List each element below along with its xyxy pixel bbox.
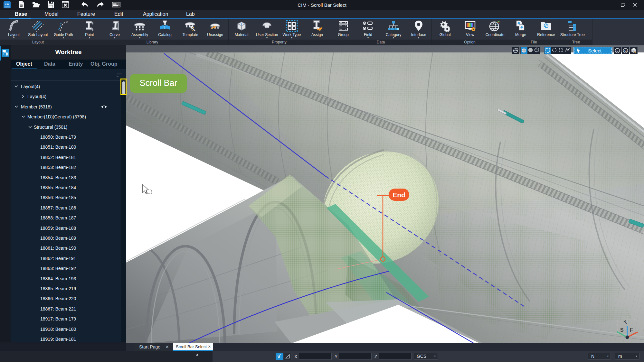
svg-text:End: End	[393, 191, 405, 199]
svg-text:F: F	[630, 327, 633, 333]
svg-text:I: I	[241, 22, 242, 25]
svg-text:G: G	[624, 49, 627, 52]
svg-text:L: L	[617, 49, 619, 52]
svg-text:S: S	[620, 327, 624, 333]
svg-text:A: A	[516, 49, 517, 51]
